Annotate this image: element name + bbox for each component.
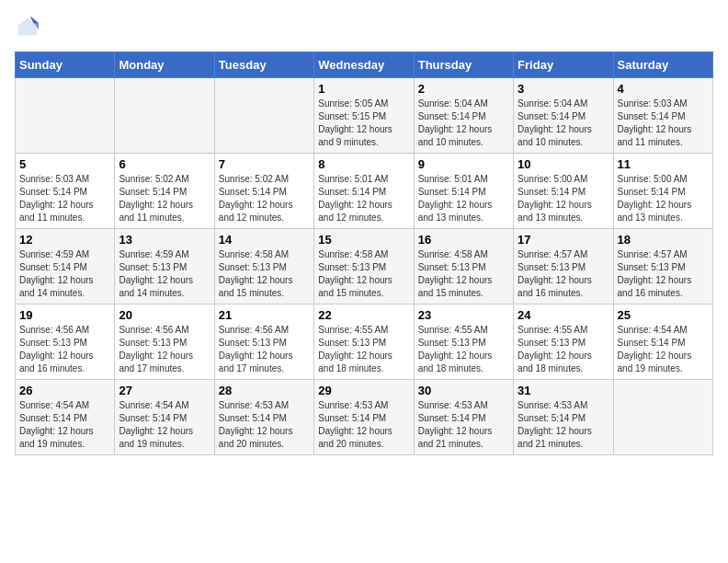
day-info: Sunrise: 4:55 AM Sunset: 5:13 PM Dayligh… bbox=[418, 324, 509, 375]
column-header-thursday: Thursday bbox=[414, 52, 513, 78]
calendar-cell: 6Sunrise: 5:02 AM Sunset: 5:14 PM Daylig… bbox=[115, 154, 214, 229]
day-number: 2 bbox=[418, 82, 509, 96]
calendar-cell: 19Sunrise: 4:56 AM Sunset: 5:13 PM Dayli… bbox=[16, 304, 115, 380]
day-info: Sunrise: 5:00 AM Sunset: 5:14 PM Dayligh… bbox=[618, 173, 709, 224]
day-info: Sunrise: 4:58 AM Sunset: 5:13 PM Dayligh… bbox=[318, 248, 409, 300]
day-number: 19 bbox=[19, 308, 110, 322]
calendar-week-row: 1Sunrise: 5:05 AM Sunset: 5:15 PM Daylig… bbox=[16, 78, 713, 154]
day-number: 30 bbox=[418, 384, 509, 397]
day-info: Sunrise: 4:59 AM Sunset: 5:13 PM Dayligh… bbox=[119, 248, 210, 300]
day-number: 15 bbox=[318, 233, 409, 247]
day-number: 10 bbox=[518, 157, 609, 171]
calendar-cell: 10Sunrise: 5:00 AM Sunset: 5:14 PM Dayli… bbox=[514, 154, 613, 229]
calendar-cell: 9Sunrise: 5:01 AM Sunset: 5:14 PM Daylig… bbox=[414, 154, 513, 229]
calendar-week-row: 5Sunrise: 5:03 AM Sunset: 5:14 PM Daylig… bbox=[16, 154, 713, 229]
day-info: Sunrise: 4:54 AM Sunset: 5:14 PM Dayligh… bbox=[119, 399, 210, 451]
day-number: 29 bbox=[318, 384, 409, 397]
day-info: Sunrise: 4:57 AM Sunset: 5:13 PM Dayligh… bbox=[618, 248, 709, 300]
calendar-cell: 2Sunrise: 5:04 AM Sunset: 5:14 PM Daylig… bbox=[414, 78, 513, 154]
day-number: 22 bbox=[318, 308, 409, 322]
day-info: Sunrise: 5:04 AM Sunset: 5:14 PM Dayligh… bbox=[418, 98, 509, 149]
calendar-cell bbox=[613, 380, 712, 455]
calendar-cell: 11Sunrise: 5:00 AM Sunset: 5:14 PM Dayli… bbox=[613, 154, 712, 229]
day-info: Sunrise: 4:58 AM Sunset: 5:13 PM Dayligh… bbox=[219, 248, 310, 300]
day-info: Sunrise: 4:55 AM Sunset: 5:13 PM Dayligh… bbox=[518, 324, 609, 375]
column-header-friday: Friday bbox=[514, 52, 613, 78]
day-info: Sunrise: 5:03 AM Sunset: 5:14 PM Dayligh… bbox=[618, 98, 709, 149]
day-number: 21 bbox=[219, 308, 310, 322]
day-number: 27 bbox=[119, 384, 210, 397]
day-info: Sunrise: 4:57 AM Sunset: 5:13 PM Dayligh… bbox=[518, 248, 609, 300]
day-number: 24 bbox=[518, 308, 609, 322]
calendar-cell: 14Sunrise: 4:58 AM Sunset: 5:13 PM Dayli… bbox=[214, 229, 313, 304]
day-info: Sunrise: 4:56 AM Sunset: 5:13 PM Dayligh… bbox=[219, 324, 310, 375]
day-number: 26 bbox=[19, 384, 110, 397]
day-info: Sunrise: 4:58 AM Sunset: 5:13 PM Dayligh… bbox=[418, 248, 509, 300]
day-number: 31 bbox=[518, 384, 609, 397]
day-info: Sunrise: 4:55 AM Sunset: 5:13 PM Dayligh… bbox=[318, 324, 409, 375]
calendar-cell: 27Sunrise: 4:54 AM Sunset: 5:14 PM Dayli… bbox=[115, 380, 214, 455]
calendar-cell bbox=[214, 78, 313, 154]
calendar-cell: 8Sunrise: 5:01 AM Sunset: 5:14 PM Daylig… bbox=[314, 154, 414, 229]
day-info: Sunrise: 5:05 AM Sunset: 5:15 PM Dayligh… bbox=[318, 98, 409, 149]
day-info: Sunrise: 4:53 AM Sunset: 5:14 PM Dayligh… bbox=[219, 399, 310, 451]
day-info: Sunrise: 4:53 AM Sunset: 5:14 PM Dayligh… bbox=[418, 399, 509, 451]
day-number: 14 bbox=[219, 233, 310, 247]
day-number: 6 bbox=[119, 157, 210, 171]
calendar-week-row: 12Sunrise: 4:59 AM Sunset: 5:14 PM Dayli… bbox=[16, 229, 713, 304]
calendar-cell: 15Sunrise: 4:58 AM Sunset: 5:13 PM Dayli… bbox=[314, 229, 414, 304]
day-number: 13 bbox=[119, 233, 210, 247]
page-header bbox=[15, 15, 713, 40]
calendar-cell: 28Sunrise: 4:53 AM Sunset: 5:14 PM Dayli… bbox=[214, 380, 313, 455]
calendar-cell: 12Sunrise: 4:59 AM Sunset: 5:14 PM Dayli… bbox=[16, 229, 115, 304]
calendar-cell: 7Sunrise: 5:02 AM Sunset: 5:14 PM Daylig… bbox=[214, 154, 313, 229]
calendar-cell: 13Sunrise: 4:59 AM Sunset: 5:13 PM Dayli… bbox=[115, 229, 214, 304]
calendar-week-row: 19Sunrise: 4:56 AM Sunset: 5:13 PM Dayli… bbox=[16, 304, 713, 380]
calendar-cell: 25Sunrise: 4:54 AM Sunset: 5:14 PM Dayli… bbox=[613, 304, 712, 380]
day-number: 25 bbox=[618, 308, 709, 322]
day-number: 4 bbox=[618, 82, 709, 96]
column-header-sunday: Sunday bbox=[16, 52, 115, 78]
day-info: Sunrise: 4:53 AM Sunset: 5:14 PM Dayligh… bbox=[518, 399, 609, 451]
day-number: 9 bbox=[418, 157, 509, 171]
day-number: 12 bbox=[19, 233, 110, 247]
logo-icon bbox=[15, 15, 40, 40]
calendar-cell bbox=[115, 78, 214, 154]
calendar-cell: 24Sunrise: 4:55 AM Sunset: 5:13 PM Dayli… bbox=[514, 304, 613, 380]
column-header-monday: Monday bbox=[115, 52, 214, 78]
day-number: 16 bbox=[418, 233, 509, 247]
day-info: Sunrise: 5:04 AM Sunset: 5:14 PM Dayligh… bbox=[518, 98, 609, 149]
calendar-header-row: SundayMondayTuesdayWednesdayThursdayFrid… bbox=[16, 52, 713, 78]
day-number: 3 bbox=[518, 82, 609, 96]
day-info: Sunrise: 4:56 AM Sunset: 5:13 PM Dayligh… bbox=[119, 324, 210, 375]
day-info: Sunrise: 4:54 AM Sunset: 5:14 PM Dayligh… bbox=[618, 324, 709, 375]
calendar-cell: 20Sunrise: 4:56 AM Sunset: 5:13 PM Dayli… bbox=[115, 304, 214, 380]
calendar-cell: 30Sunrise: 4:53 AM Sunset: 5:14 PM Dayli… bbox=[414, 380, 513, 455]
day-info: Sunrise: 5:02 AM Sunset: 5:14 PM Dayligh… bbox=[119, 173, 210, 224]
day-number: 7 bbox=[219, 157, 310, 171]
calendar-cell: 16Sunrise: 4:58 AM Sunset: 5:13 PM Dayli… bbox=[414, 229, 513, 304]
column-header-wednesday: Wednesday bbox=[314, 52, 414, 78]
day-number: 17 bbox=[518, 233, 609, 247]
day-info: Sunrise: 4:59 AM Sunset: 5:14 PM Dayligh… bbox=[19, 248, 110, 300]
calendar-table: SundayMondayTuesdayWednesdayThursdayFrid… bbox=[15, 52, 713, 455]
day-info: Sunrise: 5:03 AM Sunset: 5:14 PM Dayligh… bbox=[19, 173, 110, 224]
column-header-tuesday: Tuesday bbox=[214, 52, 313, 78]
day-number: 18 bbox=[618, 233, 709, 247]
column-header-saturday: Saturday bbox=[613, 52, 712, 78]
calendar-week-row: 26Sunrise: 4:54 AM Sunset: 5:14 PM Dayli… bbox=[16, 380, 713, 455]
logo bbox=[15, 15, 44, 40]
calendar-cell: 5Sunrise: 5:03 AM Sunset: 5:14 PM Daylig… bbox=[16, 154, 115, 229]
day-info: Sunrise: 5:01 AM Sunset: 5:14 PM Dayligh… bbox=[418, 173, 509, 224]
day-info: Sunrise: 5:00 AM Sunset: 5:14 PM Dayligh… bbox=[518, 173, 609, 224]
day-number: 1 bbox=[318, 82, 409, 96]
day-number: 20 bbox=[119, 308, 210, 322]
day-info: Sunrise: 4:53 AM Sunset: 5:14 PM Dayligh… bbox=[318, 399, 409, 451]
calendar-cell: 22Sunrise: 4:55 AM Sunset: 5:13 PM Dayli… bbox=[314, 304, 414, 380]
calendar-cell: 3Sunrise: 5:04 AM Sunset: 5:14 PM Daylig… bbox=[514, 78, 613, 154]
calendar-cell: 29Sunrise: 4:53 AM Sunset: 5:14 PM Dayli… bbox=[314, 380, 414, 455]
calendar-cell: 4Sunrise: 5:03 AM Sunset: 5:14 PM Daylig… bbox=[613, 78, 712, 154]
calendar-cell: 21Sunrise: 4:56 AM Sunset: 5:13 PM Dayli… bbox=[214, 304, 313, 380]
calendar-cell: 26Sunrise: 4:54 AM Sunset: 5:14 PM Dayli… bbox=[16, 380, 115, 455]
day-number: 23 bbox=[418, 308, 509, 322]
